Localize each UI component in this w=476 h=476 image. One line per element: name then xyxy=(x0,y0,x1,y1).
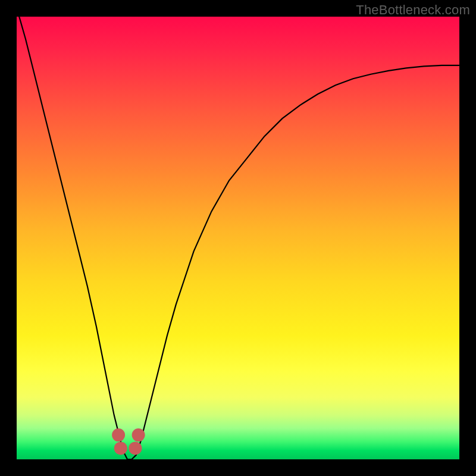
curve-marker xyxy=(132,428,145,441)
chart-area xyxy=(17,17,459,459)
curve-marker xyxy=(114,441,127,455)
bottleneck-curve-svg xyxy=(17,17,459,459)
curve-marker xyxy=(112,428,125,441)
watermark-text: TheBottleneck.com xyxy=(356,2,470,18)
curve-marker xyxy=(129,441,142,455)
bottleneck-curve-path xyxy=(17,17,459,459)
